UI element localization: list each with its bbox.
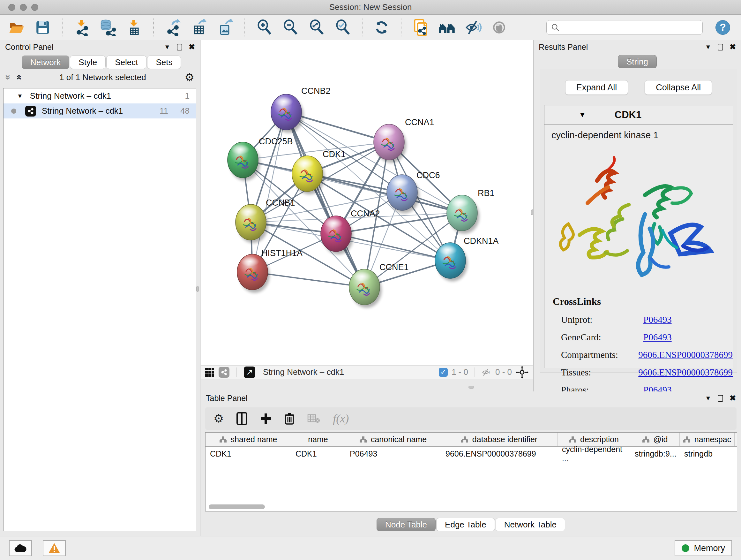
string-home-button[interactable]	[438, 18, 456, 37]
crosslink-link[interactable]: 9606.ENSP00000378699	[638, 367, 733, 378]
network-edge[interactable]	[253, 112, 286, 272]
panel-menu-icon[interactable]: ▼	[705, 44, 711, 51]
network-node-CDKN1A[interactable]: CDKN1A	[435, 236, 499, 281]
column-header-namespac[interactable]: namespac	[680, 433, 735, 446]
delete-column-trash-icon[interactable]	[284, 413, 294, 425]
show-graphics-details-button[interactable]	[490, 18, 508, 37]
zoom-selected-button[interactable]	[334, 18, 352, 37]
tab-select[interactable]: Select	[106, 56, 146, 69]
column-header-label: description	[580, 435, 619, 444]
apply-layout-button[interactable]	[373, 18, 391, 37]
table-cell[interactable]: CDK1	[291, 447, 345, 461]
fit-selected-crosshair-icon[interactable]	[516, 366, 529, 379]
panel-menu-icon[interactable]: ▼	[705, 395, 711, 402]
network-overview-icon[interactable]	[219, 367, 229, 378]
network-row[interactable]: String Network – cdk1 11 48	[3, 104, 196, 118]
create-column-plus-icon[interactable]	[260, 413, 272, 424]
node-label: HIST1H1A	[261, 248, 302, 258]
expand-all-button[interactable]: Expand All	[565, 80, 628, 95]
export-table-button[interactable]	[190, 18, 208, 37]
network-canvas[interactable]: CCNB2 CCNA1 CDC25B CDK1 CDC6	[201, 40, 533, 365]
import-table-button[interactable]	[125, 18, 143, 37]
string-protein-query-button[interactable]	[412, 18, 429, 37]
network-list: ▼ String Network – cdk1 1 String Network…	[3, 88, 196, 531]
selected-checkbox-icon[interactable]: ✓	[439, 368, 448, 377]
enhanced-graphics-toggle-button[interactable]	[464, 18, 482, 37]
close-panel-icon[interactable]: ✖	[189, 43, 195, 51]
column-type-icon	[359, 436, 367, 443]
export-image-button[interactable]	[216, 18, 234, 37]
crosslink-link[interactable]: P06493	[643, 314, 672, 325]
tab-network-table[interactable]: Network Table	[495, 518, 565, 531]
crosslinks-section: CrossLinks Uniprot: P06493 GeneCard: P06…	[553, 296, 733, 395]
tab-node-table[interactable]: Node Table	[377, 518, 435, 531]
crosslink-link[interactable]: P06493	[643, 332, 672, 343]
network-edge[interactable]	[286, 112, 364, 287]
network-node-CDC6[interactable]: CDC6	[387, 171, 440, 213]
crosslink-link[interactable]: 9606.ENSP00000378699	[638, 350, 733, 360]
network-node-CCNB2[interactable]: CCNB2	[271, 86, 331, 133]
column-header-canonical-name[interactable]: canonical name	[345, 433, 441, 446]
table-cell[interactable]: cyclin-dependent ...	[557, 447, 630, 461]
show-columns-icon[interactable]	[237, 412, 247, 425]
import-network-database-button[interactable]	[99, 18, 117, 37]
import-network-file-button[interactable]	[73, 18, 91, 37]
table-options-gear-icon[interactable]: ⚙	[213, 412, 224, 425]
table-cell[interactable]: P06493	[345, 447, 441, 461]
collapse-section-icon[interactable]: ▼	[579, 111, 586, 119]
collection-expander-icon[interactable]: ▼	[17, 92, 23, 100]
import-database-icon	[99, 19, 117, 36]
column-header-shared-name[interactable]: shared name	[205, 433, 291, 446]
table-row[interactable]: CDK1CDK1P064939606.ENSP00000378699cyclin…	[205, 447, 737, 461]
tab-network[interactable]: Network	[22, 56, 69, 69]
tab-sets[interactable]: Sets	[147, 56, 181, 69]
zoom-out-button[interactable]	[281, 18, 299, 37]
tab-style[interactable]: Style	[70, 56, 106, 69]
export-network-button[interactable]	[164, 18, 182, 37]
node-label: CDK1	[323, 149, 346, 159]
table-cell[interactable]: stringdb:9...	[630, 447, 680, 461]
column-header-database-identifier[interactable]: database identifier	[441, 433, 557, 446]
column-header--id[interactable]: @id	[630, 433, 680, 446]
save-session-button[interactable]	[34, 18, 52, 37]
search-input[interactable]	[562, 23, 698, 32]
open-session-button[interactable]	[8, 18, 25, 37]
cloud-status-button[interactable]	[9, 540, 32, 556]
tab-string-results[interactable]: String	[618, 55, 657, 68]
float-panel-icon[interactable]	[177, 44, 182, 51]
close-panel-icon[interactable]: ✖	[730, 394, 736, 402]
memory-button[interactable]: Memory	[675, 540, 732, 556]
column-type-icon	[569, 436, 576, 443]
collapse-all-networks-icon[interactable]: »	[3, 75, 13, 80]
network-node-RB1[interactable]: RB1	[447, 188, 495, 234]
float-panel-icon[interactable]	[718, 395, 723, 401]
network-collection-row[interactable]: ▼ String Network – cdk1 1	[3, 88, 196, 104]
zoom-in-button[interactable]	[255, 18, 273, 37]
protein-card-header[interactable]: ▼ CDK1	[544, 105, 733, 125]
horizontal-scrollbar-thumb[interactable]	[209, 504, 265, 509]
network-options-gear-icon[interactable]: ⚙	[185, 71, 194, 84]
close-panel-icon[interactable]: ✖	[730, 43, 736, 51]
expand-all-networks-icon[interactable]: »	[13, 75, 23, 80]
collapse-all-button[interactable]: Collapse All	[645, 80, 712, 95]
network-status-dot	[11, 109, 16, 114]
help-button[interactable]: ?	[716, 20, 730, 35]
tab-edge-table[interactable]: Edge Table	[436, 518, 495, 531]
column-header-name[interactable]: name	[291, 433, 345, 446]
warnings-button[interactable]	[43, 540, 66, 556]
table-cell[interactable]: 9606.ENSP00000378699	[441, 447, 557, 461]
grid-mode-icon[interactable]	[205, 368, 214, 377]
network-node-CCNE1[interactable]: CCNE1	[349, 262, 409, 308]
detach-view-icon[interactable]: ↗	[244, 367, 255, 378]
network-node-HIST1H1A[interactable]: HIST1H1A	[237, 248, 302, 293]
table-cell[interactable]: CDK1	[205, 447, 291, 461]
zoom-fit-button[interactable]	[308, 18, 326, 37]
float-panel-icon[interactable]	[718, 44, 723, 51]
table-cell[interactable]: stringdb	[680, 447, 735, 461]
panel-menu-icon[interactable]: ▼	[164, 44, 171, 51]
toolbar-search-field[interactable]	[546, 20, 703, 35]
zoom-in-icon	[256, 19, 273, 36]
splitter-handle[interactable]	[468, 386, 474, 388]
splitter-handle[interactable]	[196, 286, 199, 292]
network-graph[interactable]: CCNB2 CCNA1 CDC25B CDK1 CDC6	[201, 40, 533, 365]
